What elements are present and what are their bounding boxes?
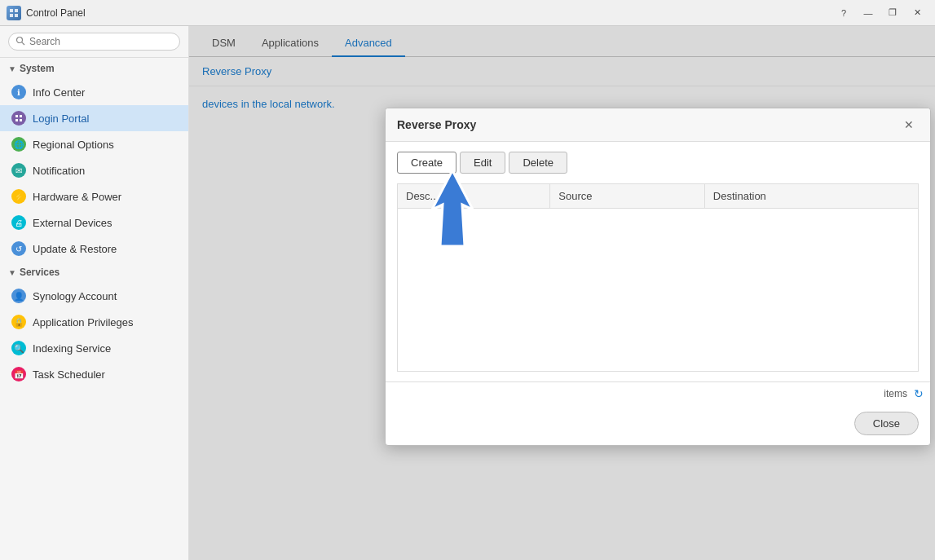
table-empty-row [398,209,919,372]
login-portal-icon [11,111,26,126]
sidebar-search-area [0,26,188,58]
sidebar-item-update-restore[interactable]: ↺ Update & Restore [0,236,188,262]
help-button[interactable]: ? [832,4,855,22]
sidebar-item-info-center-label: Info Center [33,86,85,99]
dialog-toolbar: Create Edit Delete [397,152,919,174]
sidebar-item-indexing-service-label: Indexing Service [33,342,111,355]
sidebar-item-hardware-power[interactable]: ⚡ Hardware & Power [0,183,188,209]
dialog-title: Reverse Proxy [397,118,476,131]
items-label: items [884,388,907,399]
regional-options-icon: 🌐 [11,137,26,152]
search-box[interactable] [8,33,180,51]
svg-rect-6 [15,115,18,117]
sidebar-item-synology-account-label: Synology Account [33,290,117,302]
window-controls: ? — ❐ ✕ [832,4,928,22]
sidebar-item-notification-label: Notification [33,165,85,177]
sidebar-item-synology-account[interactable]: 👤 Synology Account [0,283,188,309]
svg-rect-0 [10,9,13,12]
external-devices-icon: 🖨 [11,215,26,230]
synology-account-icon: 👤 [11,289,26,303]
svg-point-4 [17,37,23,43]
chevron-down-icon-2: ▼ [8,268,16,277]
sidebar-section-services-label: Services [20,267,60,278]
refresh-icon[interactable]: ↻ [914,387,924,400]
search-input[interactable] [29,36,173,47]
main-container: ▼ System ℹ Info Center Login Portal 🌐 Re… [0,26,935,560]
sidebar-item-notification[interactable]: ✉ Notification [0,157,188,183]
sidebar-item-info-center[interactable]: ℹ Info Center [0,79,188,105]
delete-button[interactable]: Delete [509,152,567,174]
info-center-icon: ℹ [11,85,26,99]
sidebar-item-application-privileges-label: Application Privileges [33,316,134,329]
sidebar-item-update-restore-label: Update & Restore [33,243,117,255]
task-scheduler-icon: 📅 [11,367,26,381]
col-destination: Destination [704,184,918,209]
sidebar-item-login-portal[interactable]: Login Portal [0,105,188,131]
app-icon [7,6,21,20]
sidebar-item-login-portal-label: Login Portal [33,112,89,125]
col-description: Desc... [398,184,550,209]
maximize-button[interactable]: ❐ [881,4,904,22]
dialog-body: Create Edit Delete Desc... Source Destin… [386,142,930,381]
sidebar-item-application-privileges[interactable]: 🔒 Application Privileges [0,309,188,335]
sidebar-item-indexing-service[interactable]: 🔍 Indexing Service [0,335,188,361]
svg-line-5 [22,42,24,45]
reverse-proxy-table: Desc... Source Destination [397,183,919,372]
svg-rect-1 [15,9,18,12]
dialog-footer-buttons: Close [386,405,930,445]
notification-icon: ✉ [11,163,26,178]
application-privileges-icon: 🔒 [11,315,26,329]
sidebar-item-regional-options[interactable]: 🌐 Regional Options [0,131,188,157]
edit-button[interactable]: Edit [460,152,505,174]
svg-rect-7 [20,115,22,117]
titlebar: Control Panel ? — ❐ ✕ [0,0,935,26]
svg-rect-9 [20,119,22,121]
sidebar-item-task-scheduler-label: Task Scheduler [33,368,105,381]
indexing-service-icon: 🔍 [11,341,26,355]
sidebar-item-task-scheduler[interactable]: 📅 Task Scheduler [0,361,188,387]
minimize-button[interactable]: — [857,4,880,22]
dialog-close-button-bottom[interactable]: Close [854,412,919,435]
update-restore-icon: ↺ [11,241,26,256]
dialog-footer-bar: items ↻ [386,381,930,405]
dialog-header: Reverse Proxy ✕ [386,108,930,142]
svg-rect-3 [15,14,18,17]
sidebar-section-services[interactable]: ▼ Services [0,262,188,283]
content-area: DSM Applications Advanced Reverse Proxy … [189,26,935,560]
close-button[interactable]: ✕ [906,4,928,22]
svg-rect-2 [10,14,13,17]
sidebar-section-system[interactable]: ▼ System [0,58,188,79]
create-button[interactable]: Create [397,152,456,174]
sidebar-item-external-devices-label: External Devices [33,217,112,229]
hardware-power-icon: ⚡ [11,189,26,204]
sidebar-item-regional-options-label: Regional Options [33,139,114,151]
dialog-close-button[interactable]: ✕ [899,117,919,133]
svg-rect-8 [15,119,18,121]
sidebar-item-external-devices[interactable]: 🖨 External Devices [0,209,188,236]
app-title: Control Panel [26,7,86,19]
reverse-proxy-dialog: Reverse Proxy ✕ Create Edit Delete Desc.… [385,108,931,446]
sidebar-section-system-label: System [20,63,55,74]
search-icon [15,36,25,47]
sidebar-item-hardware-power-label: Hardware & Power [33,191,121,203]
chevron-down-icon: ▼ [8,64,16,73]
sidebar: ▼ System ℹ Info Center Login Portal 🌐 Re… [0,26,189,560]
col-source: Source [550,184,705,209]
